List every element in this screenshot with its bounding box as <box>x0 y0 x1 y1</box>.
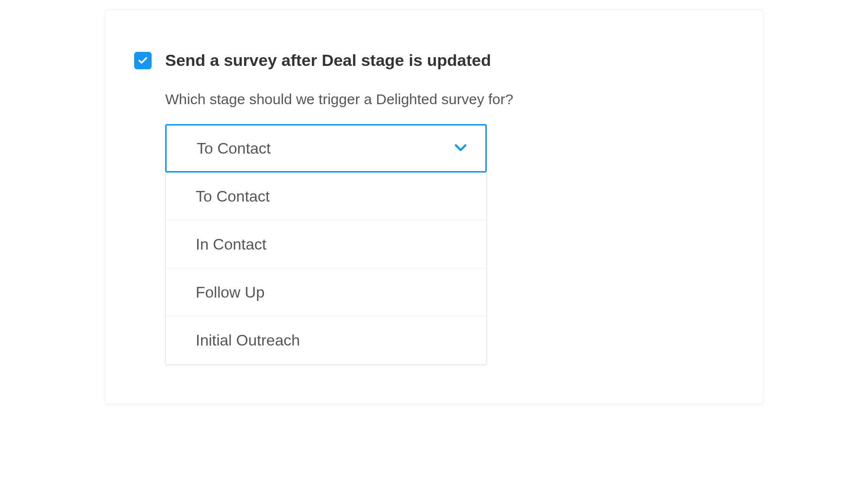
chevron-down-icon <box>452 139 469 158</box>
stage-select[interactable]: To Contact <box>165 124 487 173</box>
dropdown-option-initial-outreach[interactable]: Initial Outreach <box>166 316 486 364</box>
card-heading: Send a survey after Deal stage is update… <box>165 51 491 70</box>
header-row: Send a survey after Deal stage is update… <box>134 51 734 70</box>
dropdown-option-follow-up[interactable]: Follow Up <box>166 268 486 316</box>
field-label: Which stage should we trigger a Delighte… <box>165 91 734 108</box>
select-value: To Contact <box>197 140 271 158</box>
dropdown-option-in-contact[interactable]: In Contact <box>166 220 486 268</box>
content-column: Which stage should we trigger a Delighte… <box>165 91 734 365</box>
send-survey-checkbox[interactable] <box>134 52 152 69</box>
survey-trigger-card: Send a survey after Deal stage is update… <box>105 10 763 404</box>
check-icon <box>138 55 148 66</box>
stage-dropdown-list: To Contact In Contact Follow Up Initial … <box>165 173 487 365</box>
dropdown-option-to-contact[interactable]: To Contact <box>166 173 486 220</box>
